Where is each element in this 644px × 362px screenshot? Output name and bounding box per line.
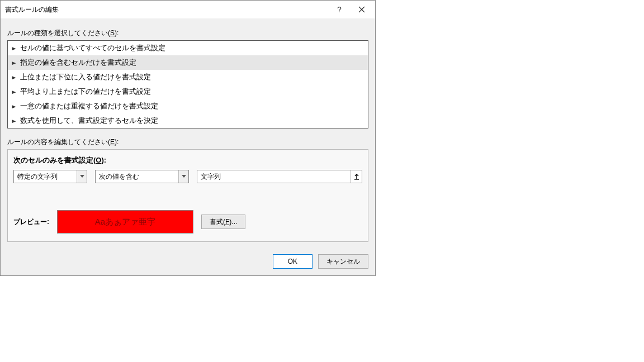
rule-type-item[interactable]: ►平均より上または下の値だけを書式設定 [8,84,368,99]
rule-type-list: ►セルの値に基づいてすべてのセルを書式設定►指定の値を含むセルだけを書式設定►上… [7,40,368,128]
titlebar: 書式ルールの編集 ? [1,1,375,18]
criteria-row: 特定の文字列 次の値を含む [13,170,362,183]
criteria-value-refedit[interactable] [197,170,362,183]
preview-label: プレビュー: [13,217,49,227]
format-only-heading-accel: O [96,156,101,164]
rule-type-label-suffix: ): [115,29,119,37]
rule-content-label-suffix: ): [115,138,119,146]
criteria-operator-dropdown-btn[interactable] [178,170,188,183]
chevron-down-icon [80,175,84,178]
rule-type-item-label: セルの値に基づいてすべてのセルを書式設定 [20,43,165,53]
format-only-heading-prefix: 次のセルのみを書式設定( [13,156,96,164]
format-only-heading-suffix: ): [101,156,106,164]
rule-type-item[interactable]: ►一意の値または重複する値だけを書式設定 [8,99,368,113]
preview-row: プレビュー: Aaあぁアァ亜宇 書式(F)... [13,210,362,234]
collapse-dialog-button[interactable] [351,170,362,183]
format-button[interactable]: 書式(F)... [201,215,245,229]
cancel-button[interactable]: キャンセル [318,254,368,269]
criteria-operator-value: 次の値を含む [96,172,178,182]
ok-button[interactable]: OK [273,254,312,269]
criteria-type-value: 特定の文字列 [14,172,77,182]
dialog-footer: OK キャンセル [1,249,375,275]
rule-type-item-label: 数式を使用して、書式設定するセルを決定 [20,116,158,126]
bullet-arrow-icon: ► [11,74,17,80]
bullet-arrow-icon: ► [11,103,17,109]
chevron-down-icon [182,175,186,178]
rule-type-item[interactable]: ►指定の値を含むセルだけを書式設定 [8,55,368,70]
preview-swatch: Aaあぁアァ亜宇 [57,210,193,234]
format-btn-prefix: 書式( [210,218,225,226]
dialog-edit-formatting-rule: 書式ルールの編集 ? ルールの種類を選択してください(S): ►セルの値に基づい… [0,0,376,276]
dialog-body: ルールの種類を選択してください(S): ►セルの値に基づいてすべてのセルを書式設… [1,18,375,249]
rule-type-item[interactable]: ►セルの値に基づいてすべてのセルを書式設定 [8,41,368,55]
rule-content-label: ルールの内容を編集してください(E): [7,137,368,147]
rule-type-label: ルールの種類を選択してください(S): [7,28,368,38]
criteria-operator-combo[interactable]: 次の値を含む [95,170,189,183]
rule-type-item-label: 一意の値または重複する値だけを書式設定 [20,101,158,111]
collapse-icon [353,173,360,180]
rule-content-label-accel: E [110,138,115,146]
criteria-value-input[interactable] [197,171,351,182]
bullet-arrow-icon: ► [11,89,17,95]
rule-type-item-label: 上位または下位に入る値だけを書式設定 [20,72,151,82]
bullet-arrow-icon: ► [11,118,17,124]
format-only-heading: 次のセルのみを書式設定(O): [13,155,362,165]
close-icon [358,6,365,13]
rule-content-box: 次のセルのみを書式設定(O): 特定の文字列 次の値を含む [7,149,368,242]
rule-type-label-prefix: ルールの種類を選択してください( [7,29,110,37]
preview-sample-text: Aaあぁアァ亜宇 [95,217,155,227]
rule-type-item[interactable]: ►数式を使用して、書式設定するセルを決定 [8,113,368,128]
rule-type-item-label: 指定の値を含むセルだけを書式設定 [20,58,136,68]
rule-content-label-prefix: ルールの内容を編集してください( [7,138,110,146]
format-btn-suffix: )... [229,218,237,226]
help-button[interactable]: ? [328,1,351,18]
rule-type-label-accel: S [110,29,115,37]
dialog-title: 書式ルールの編集 [5,5,328,15]
rule-type-item[interactable]: ►上位または下位に入る値だけを書式設定 [8,70,368,84]
criteria-type-combo[interactable]: 特定の文字列 [13,170,87,183]
bullet-arrow-icon: ► [11,45,17,51]
criteria-type-dropdown-btn[interactable] [77,170,87,183]
close-button[interactable] [351,1,373,18]
rule-type-item-label: 平均より上または下の値だけを書式設定 [20,87,151,97]
bullet-arrow-icon: ► [11,60,17,66]
